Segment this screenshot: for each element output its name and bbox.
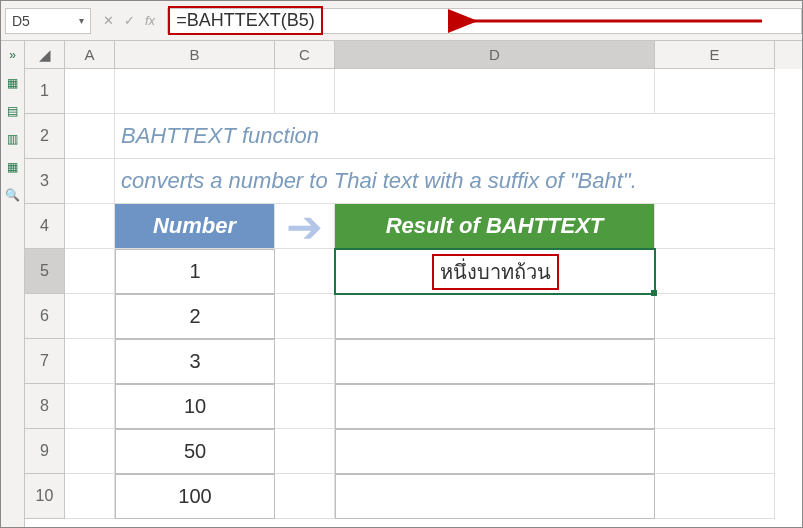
enter-icon[interactable]: ✓ — [124, 13, 135, 28]
side-ribbon: » ▦ ▤ ▥ ▦ 🔍 — [1, 41, 25, 527]
row-header-3[interactable]: 3 — [25, 159, 65, 204]
result-cell-3[interactable] — [335, 339, 655, 384]
cell-a5[interactable] — [65, 249, 115, 294]
cell-e7[interactable] — [655, 339, 775, 384]
column-headers: ◢ A B C D E — [25, 41, 802, 69]
result-cell-5[interactable] — [335, 429, 655, 474]
row-header-9[interactable]: 9 — [25, 429, 65, 474]
row-header-8[interactable]: 8 — [25, 384, 65, 429]
fx-icon[interactable]: fx — [145, 13, 155, 28]
result-value-1: หนึ่งบาทถ้วน — [432, 254, 559, 290]
row-header-7[interactable]: 7 — [25, 339, 65, 384]
row-header-4[interactable]: 4 — [25, 204, 65, 249]
number-cell-3[interactable]: 3 — [115, 339, 275, 384]
cell-e5[interactable] — [655, 249, 775, 294]
cell-c1[interactable] — [275, 69, 335, 114]
cell-a1[interactable] — [65, 69, 115, 114]
row-header-6[interactable]: 6 — [25, 294, 65, 339]
cell-a3[interactable] — [65, 159, 115, 204]
cell-d1[interactable] — [335, 69, 655, 114]
spreadsheet-grid[interactable]: ◢ A B C D E 1 2 3 4 5 6 7 8 9 10 — [25, 41, 802, 527]
arrow-icon: ➔ — [275, 204, 335, 249]
cell-c10[interactable] — [275, 474, 335, 519]
number-cell-6[interactable]: 100 — [115, 474, 275, 519]
cell-c7[interactable] — [275, 339, 335, 384]
col-header-e[interactable]: E — [655, 41, 775, 69]
ribbon-expand-icon[interactable]: » — [5, 47, 21, 63]
name-box[interactable]: D5 ▾ — [5, 8, 91, 34]
number-cell-5[interactable]: 50 — [115, 429, 275, 474]
result-cell-6[interactable] — [335, 474, 655, 519]
ribbon-icon-3[interactable]: ▥ — [5, 131, 21, 147]
cell-a10[interactable] — [65, 474, 115, 519]
col-header-d[interactable]: D — [335, 41, 655, 69]
row-header-5[interactable]: 5 — [25, 249, 65, 294]
number-cell-2[interactable]: 2 — [115, 294, 275, 339]
result-cell-4[interactable] — [335, 384, 655, 429]
cell-c8[interactable] — [275, 384, 335, 429]
cell-a4[interactable] — [65, 204, 115, 249]
cell-b1[interactable] — [115, 69, 275, 114]
cell-c9[interactable] — [275, 429, 335, 474]
col-header-a[interactable]: A — [65, 41, 115, 69]
cell-c6[interactable] — [275, 294, 335, 339]
dropdown-icon[interactable]: ▾ — [79, 15, 84, 26]
fill-handle[interactable] — [651, 290, 657, 296]
name-box-value: D5 — [12, 13, 30, 29]
cell-a9[interactable] — [65, 429, 115, 474]
ribbon-icon-2[interactable]: ▤ — [5, 103, 21, 119]
result-cell-2[interactable] — [335, 294, 655, 339]
table-header-result[interactable]: Result of BAHTTEXT — [335, 204, 655, 249]
col-header-b[interactable]: B — [115, 41, 275, 69]
cell-a8[interactable] — [65, 384, 115, 429]
cell-e10[interactable] — [655, 474, 775, 519]
cell-e4[interactable] — [655, 204, 775, 249]
cell-e6[interactable] — [655, 294, 775, 339]
row-headers: 1 2 3 4 5 6 7 8 9 10 — [25, 69, 65, 519]
cells-area[interactable]: BAHTTEXT function converts a number to T… — [65, 69, 802, 519]
ribbon-find-icon[interactable]: 🔍 — [5, 187, 21, 203]
result-cell-1[interactable]: หนึ่งบาทถ้วน — [335, 249, 655, 294]
row-header-1[interactable]: 1 — [25, 69, 65, 114]
cell-e1[interactable] — [655, 69, 775, 114]
ribbon-icon-4[interactable]: ▦ — [5, 159, 21, 175]
col-header-c[interactable]: C — [275, 41, 335, 69]
row-header-2[interactable]: 2 — [25, 114, 65, 159]
cell-e9[interactable] — [655, 429, 775, 474]
number-cell-1[interactable]: 1 — [115, 249, 275, 294]
description-line2[interactable]: converts a number to Thai text with a su… — [115, 159, 775, 204]
ribbon-icon-1[interactable]: ▦ — [5, 75, 21, 91]
cancel-icon[interactable]: ✕ — [103, 13, 114, 28]
cell-e8[interactable] — [655, 384, 775, 429]
formula-bar: D5 ▾ ✕ ✓ fx =BAHTTEXT(B5) — [1, 1, 802, 41]
select-all-corner[interactable]: ◢ — [25, 41, 65, 69]
cell-a2[interactable] — [65, 114, 115, 159]
cell-c5[interactable] — [275, 249, 335, 294]
number-cell-4[interactable]: 10 — [115, 384, 275, 429]
table-header-number[interactable]: Number — [115, 204, 275, 249]
cell-a7[interactable] — [65, 339, 115, 384]
formula-text: =BAHTTEXT(B5) — [168, 6, 323, 35]
cell-a6[interactable] — [65, 294, 115, 339]
description-line1[interactable]: BAHTTEXT function — [115, 114, 775, 159]
fx-controls: ✕ ✓ fx — [93, 13, 165, 28]
row-header-10[interactable]: 10 — [25, 474, 65, 519]
formula-input[interactable]: =BAHTTEXT(B5) — [167, 8, 802, 34]
